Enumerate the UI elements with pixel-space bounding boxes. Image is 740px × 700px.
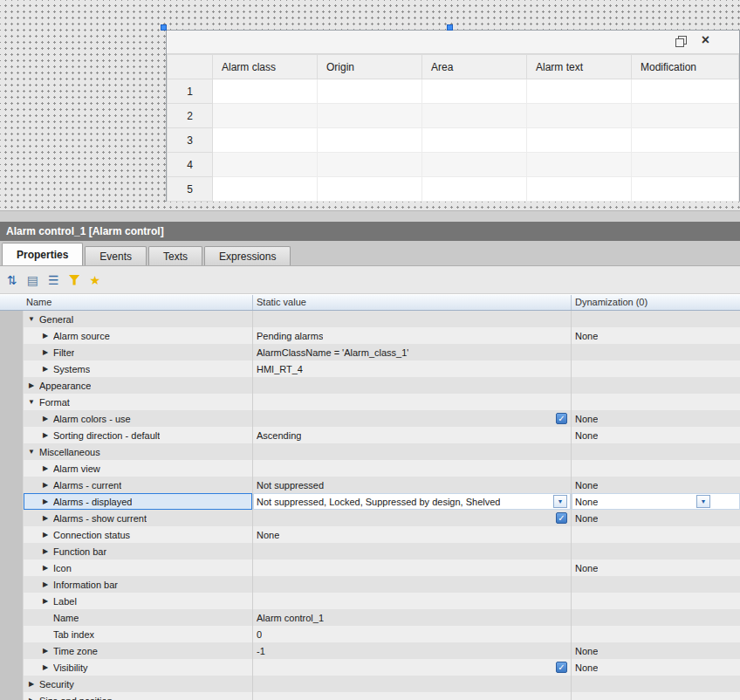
property-name-cell[interactable]: ▶Alarms - current	[24, 477, 253, 493]
property-name-cell[interactable]: ▶Connection status	[24, 526, 253, 543]
property-row[interactable]: Tab index0	[0, 626, 740, 642]
expander-right-icon[interactable]: ▶	[41, 348, 50, 356]
expander-right-icon[interactable]: ▶	[41, 332, 50, 340]
property-row[interactable]: ▶Alarm view	[0, 460, 740, 477]
property-name-cell[interactable]: ▶Visibility	[24, 659, 253, 676]
property-name-cell[interactable]: ▶Sorting direction - default	[24, 427, 253, 443]
static-value-cell[interactable]: Ascending	[253, 427, 572, 443]
restore-icon[interactable]	[675, 36, 687, 47]
property-row[interactable]: ▶Function bar	[0, 543, 740, 559]
dynamization-cell[interactable]: None	[572, 659, 740, 676]
property-row[interactable]: ▶FilterAlarmClassName = 'Alarm_class_1'	[0, 344, 740, 360]
property-name-cell[interactable]: ▶Alarm source	[24, 327, 253, 344]
dynamization-cell[interactable]: None	[572, 510, 740, 526]
expander-right-icon[interactable]: ▶	[41, 580, 50, 588]
dynamization-cell[interactable]	[572, 609, 740, 626]
tab-events[interactable]: Events	[85, 246, 147, 265]
property-name-cell[interactable]: Tab index	[24, 626, 253, 642]
alarm-control-widget[interactable]: × Alarm classOriginAreaAlarm textModific…	[166, 30, 740, 202]
dynamization-cell[interactable]	[572, 460, 740, 477]
selection-handle[interactable]	[447, 24, 453, 31]
expander-right-icon[interactable]: ▶	[41, 481, 50, 489]
property-row[interactable]: ▼Format	[0, 394, 740, 410]
dynamization-cell[interactable]	[572, 576, 740, 593]
expander-right-icon[interactable]: ▶	[41, 514, 50, 522]
property-name-cell[interactable]: ▶Alarm view	[24, 460, 253, 477]
static-value-cell[interactable]: HMI_RT_4	[253, 360, 572, 377]
static-value-cell[interactable]	[253, 659, 572, 676]
property-row[interactable]: ▶SystemsHMI_RT_4	[0, 360, 740, 377]
property-row[interactable]: ▶Alarm colors - useNone	[0, 410, 740, 427]
property-row[interactable]: ▶Alarms - currentNot suppressedNone	[0, 477, 740, 493]
sort-icon[interactable]: ⇅	[7, 273, 17, 287]
expander-right-icon[interactable]: ▶	[41, 647, 50, 655]
property-row[interactable]: NameAlarm control_1	[0, 609, 740, 626]
dynamization-cell[interactable]: None	[572, 410, 740, 427]
static-value-cell[interactable]: 0	[253, 626, 572, 642]
property-name-cell[interactable]: ▶Alarms - show current	[24, 510, 253, 526]
static-value-cell[interactable]: Alarm control_1	[253, 609, 572, 626]
expander-right-icon[interactable]: ▶	[27, 381, 36, 389]
expander-right-icon[interactable]: ▶	[41, 531, 50, 539]
dynamization-cell[interactable]	[572, 311, 740, 327]
design-canvas[interactable]: × Alarm classOriginAreaAlarm textModific…	[0, 0, 740, 210]
dynamization-cell[interactable]: None	[572, 427, 740, 443]
property-row[interactable]: ▶Security	[0, 676, 740, 692]
dynamization-cell[interactable]	[572, 344, 740, 360]
static-value-cell[interactable]	[253, 576, 572, 593]
static-value-cell[interactable]	[253, 510, 572, 526]
static-value-cell[interactable]: AlarmClassName = 'Alarm_class_1'	[253, 344, 572, 360]
dynamization-cell[interactable]	[572, 394, 740, 410]
selection-handle[interactable]	[161, 24, 167, 31]
static-value-cell[interactable]	[253, 377, 572, 394]
static-value-cell[interactable]: Not suppressed, Locked, Suppressed by de…	[253, 493, 572, 510]
tab-texts[interactable]: Texts	[148, 246, 202, 265]
property-name-cell[interactable]: ▶Label	[24, 593, 253, 609]
close-icon[interactable]: ×	[702, 34, 709, 45]
static-value-cell[interactable]	[253, 559, 572, 576]
property-name-cell[interactable]: ▶Size and position	[24, 692, 253, 700]
static-value-cell[interactable]: -1	[253, 642, 572, 659]
dynamization-cell[interactable]: None	[572, 559, 740, 576]
static-value-cell[interactable]: Pending alarms	[253, 327, 572, 344]
property-row[interactable]: ▶Label	[0, 593, 740, 609]
dynamization-cell[interactable]	[572, 360, 740, 377]
column-header-static-value[interactable]: Static value	[253, 295, 572, 310]
dynamization-cell[interactable]	[572, 626, 740, 642]
expander-right-icon[interactable]: ▶	[41, 464, 50, 472]
property-name-cell[interactable]: ▼General	[24, 311, 253, 327]
property-row[interactable]: ▶Sorting direction - defaultAscendingNon…	[0, 427, 740, 443]
property-name-cell[interactable]: ▶Function bar	[24, 543, 253, 559]
property-row[interactable]: ▶IconNone	[0, 559, 740, 576]
expander-down-icon[interactable]: ▼	[27, 315, 36, 323]
property-name-cell[interactable]: ▶Security	[24, 676, 253, 692]
expander-right-icon[interactable]: ▶	[41, 415, 50, 422]
checkbox-checked[interactable]	[556, 413, 567, 424]
static-value-cell[interactable]	[253, 593, 572, 609]
property-name-cell[interactable]: ▶Alarms - displayed	[24, 493, 253, 510]
dynamization-cell[interactable]: None	[572, 477, 740, 493]
static-value-cell[interactable]	[253, 692, 572, 700]
expander-right-icon[interactable]: ▶	[41, 547, 50, 555]
property-row[interactable]: ▶Size and position	[0, 692, 740, 700]
property-row[interactable]: ▶Alarms - displayedNot suppressed, Locke…	[0, 493, 740, 510]
static-value-cell[interactable]: Not suppressed	[253, 477, 572, 493]
static-value-cell[interactable]	[253, 443, 572, 460]
dynamization-cell[interactable]	[572, 377, 740, 394]
property-name-cell[interactable]: ▶Time zone	[24, 642, 253, 659]
checkbox-checked[interactable]	[556, 512, 567, 524]
property-row[interactable]: ▶Connection statusNone	[0, 526, 740, 543]
static-value-cell[interactable]	[253, 394, 572, 410]
column-header-name[interactable]: Name	[0, 295, 253, 310]
property-row[interactable]: ▶Information bar	[0, 576, 740, 593]
column-header-dynamization[interactable]: Dynamization (0)	[572, 295, 740, 310]
property-name-cell[interactable]: ▼Format	[24, 394, 253, 410]
expander-right-icon[interactable]: ▶	[41, 498, 50, 505]
tab-properties[interactable]: Properties	[2, 243, 83, 265]
dynamization-cell[interactable]	[572, 676, 740, 692]
property-name-cell[interactable]: ▶Information bar	[24, 576, 253, 593]
property-name-cell[interactable]: ▶Systems	[24, 360, 253, 377]
static-value-cell[interactable]	[253, 410, 572, 427]
property-row[interactable]: ▶VisibilityNone	[0, 659, 740, 676]
columns-icon[interactable]: ▤	[27, 273, 38, 287]
